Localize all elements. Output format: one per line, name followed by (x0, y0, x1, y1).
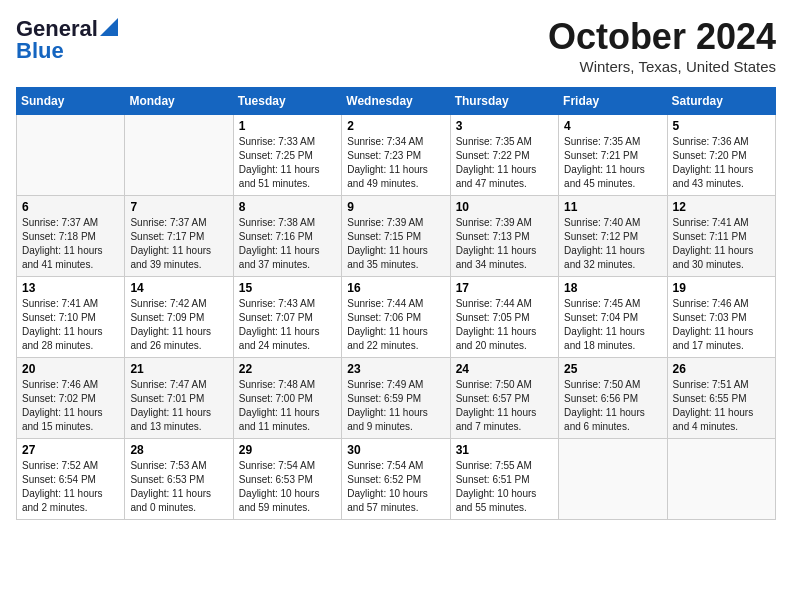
day-info: Sunrise: 7:41 AMSunset: 7:11 PMDaylight:… (673, 216, 770, 272)
calendar-cell: 26Sunrise: 7:51 AMSunset: 6:55 PMDayligh… (667, 358, 775, 439)
day-number: 19 (673, 281, 770, 295)
day-number: 4 (564, 119, 661, 133)
day-info: Sunrise: 7:46 AMSunset: 7:03 PMDaylight:… (673, 297, 770, 353)
col-header-sunday: Sunday (17, 88, 125, 115)
calendar-cell: 12Sunrise: 7:41 AMSunset: 7:11 PMDayligh… (667, 196, 775, 277)
day-info: Sunrise: 7:49 AMSunset: 6:59 PMDaylight:… (347, 378, 444, 434)
day-info: Sunrise: 7:40 AMSunset: 7:12 PMDaylight:… (564, 216, 661, 272)
day-number: 25 (564, 362, 661, 376)
day-info: Sunrise: 7:34 AMSunset: 7:23 PMDaylight:… (347, 135, 444, 191)
col-header-friday: Friday (559, 88, 667, 115)
day-info: Sunrise: 7:41 AMSunset: 7:10 PMDaylight:… (22, 297, 119, 353)
day-number: 18 (564, 281, 661, 295)
day-number: 20 (22, 362, 119, 376)
calendar-table: SundayMondayTuesdayWednesdayThursdayFrid… (16, 87, 776, 520)
col-header-saturday: Saturday (667, 88, 775, 115)
day-number: 17 (456, 281, 553, 295)
day-number: 10 (456, 200, 553, 214)
day-info: Sunrise: 7:42 AMSunset: 7:09 PMDaylight:… (130, 297, 227, 353)
day-info: Sunrise: 7:46 AMSunset: 7:02 PMDaylight:… (22, 378, 119, 434)
calendar-cell: 22Sunrise: 7:48 AMSunset: 7:00 PMDayligh… (233, 358, 341, 439)
calendar-cell: 4Sunrise: 7:35 AMSunset: 7:21 PMDaylight… (559, 115, 667, 196)
calendar-week-2: 13Sunrise: 7:41 AMSunset: 7:10 PMDayligh… (17, 277, 776, 358)
day-info: Sunrise: 7:51 AMSunset: 6:55 PMDaylight:… (673, 378, 770, 434)
day-info: Sunrise: 7:54 AMSunset: 6:52 PMDaylight:… (347, 459, 444, 515)
day-number: 14 (130, 281, 227, 295)
calendar-cell: 6Sunrise: 7:37 AMSunset: 7:18 PMDaylight… (17, 196, 125, 277)
calendar-cell: 13Sunrise: 7:41 AMSunset: 7:10 PMDayligh… (17, 277, 125, 358)
day-number: 3 (456, 119, 553, 133)
calendar-week-0: 1Sunrise: 7:33 AMSunset: 7:25 PMDaylight… (17, 115, 776, 196)
day-number: 15 (239, 281, 336, 295)
day-number: 7 (130, 200, 227, 214)
day-number: 31 (456, 443, 553, 457)
day-number: 27 (22, 443, 119, 457)
day-number: 23 (347, 362, 444, 376)
calendar-cell: 25Sunrise: 7:50 AMSunset: 6:56 PMDayligh… (559, 358, 667, 439)
location: Winters, Texas, United States (548, 58, 776, 75)
calendar-week-3: 20Sunrise: 7:46 AMSunset: 7:02 PMDayligh… (17, 358, 776, 439)
day-info: Sunrise: 7:44 AMSunset: 7:05 PMDaylight:… (456, 297, 553, 353)
day-number: 2 (347, 119, 444, 133)
day-info: Sunrise: 7:44 AMSunset: 7:06 PMDaylight:… (347, 297, 444, 353)
day-number: 5 (673, 119, 770, 133)
page-header: General Blue October 2024 Winters, Texas… (16, 16, 776, 75)
day-number: 8 (239, 200, 336, 214)
calendar-cell: 30Sunrise: 7:54 AMSunset: 6:52 PMDayligh… (342, 439, 450, 520)
calendar-cell: 14Sunrise: 7:42 AMSunset: 7:09 PMDayligh… (125, 277, 233, 358)
calendar-cell: 29Sunrise: 7:54 AMSunset: 6:53 PMDayligh… (233, 439, 341, 520)
calendar-cell: 19Sunrise: 7:46 AMSunset: 7:03 PMDayligh… (667, 277, 775, 358)
calendar-week-1: 6Sunrise: 7:37 AMSunset: 7:18 PMDaylight… (17, 196, 776, 277)
day-info: Sunrise: 7:33 AMSunset: 7:25 PMDaylight:… (239, 135, 336, 191)
calendar-cell: 20Sunrise: 7:46 AMSunset: 7:02 PMDayligh… (17, 358, 125, 439)
calendar-cell: 21Sunrise: 7:47 AMSunset: 7:01 PMDayligh… (125, 358, 233, 439)
day-info: Sunrise: 7:48 AMSunset: 7:00 PMDaylight:… (239, 378, 336, 434)
calendar-cell: 2Sunrise: 7:34 AMSunset: 7:23 PMDaylight… (342, 115, 450, 196)
col-header-thursday: Thursday (450, 88, 558, 115)
day-number: 12 (673, 200, 770, 214)
day-number: 16 (347, 281, 444, 295)
day-info: Sunrise: 7:35 AMSunset: 7:22 PMDaylight:… (456, 135, 553, 191)
calendar-cell: 31Sunrise: 7:55 AMSunset: 6:51 PMDayligh… (450, 439, 558, 520)
logo: General Blue (16, 16, 118, 64)
calendar-cell: 11Sunrise: 7:40 AMSunset: 7:12 PMDayligh… (559, 196, 667, 277)
calendar-cell: 15Sunrise: 7:43 AMSunset: 7:07 PMDayligh… (233, 277, 341, 358)
logo-icon (100, 18, 118, 36)
day-number: 22 (239, 362, 336, 376)
calendar-cell: 17Sunrise: 7:44 AMSunset: 7:05 PMDayligh… (450, 277, 558, 358)
calendar-cell (125, 115, 233, 196)
calendar-cell: 9Sunrise: 7:39 AMSunset: 7:15 PMDaylight… (342, 196, 450, 277)
col-header-monday: Monday (125, 88, 233, 115)
calendar-cell: 24Sunrise: 7:50 AMSunset: 6:57 PMDayligh… (450, 358, 558, 439)
day-number: 13 (22, 281, 119, 295)
calendar-week-4: 27Sunrise: 7:52 AMSunset: 6:54 PMDayligh… (17, 439, 776, 520)
calendar-cell: 5Sunrise: 7:36 AMSunset: 7:20 PMDaylight… (667, 115, 775, 196)
calendar-cell: 7Sunrise: 7:37 AMSunset: 7:17 PMDaylight… (125, 196, 233, 277)
calendar-cell (559, 439, 667, 520)
day-info: Sunrise: 7:50 AMSunset: 6:57 PMDaylight:… (456, 378, 553, 434)
day-number: 30 (347, 443, 444, 457)
day-info: Sunrise: 7:37 AMSunset: 7:17 PMDaylight:… (130, 216, 227, 272)
day-number: 9 (347, 200, 444, 214)
day-info: Sunrise: 7:50 AMSunset: 6:56 PMDaylight:… (564, 378, 661, 434)
day-info: Sunrise: 7:38 AMSunset: 7:16 PMDaylight:… (239, 216, 336, 272)
calendar-cell: 1Sunrise: 7:33 AMSunset: 7:25 PMDaylight… (233, 115, 341, 196)
day-info: Sunrise: 7:43 AMSunset: 7:07 PMDaylight:… (239, 297, 336, 353)
day-number: 24 (456, 362, 553, 376)
day-info: Sunrise: 7:37 AMSunset: 7:18 PMDaylight:… (22, 216, 119, 272)
day-info: Sunrise: 7:54 AMSunset: 6:53 PMDaylight:… (239, 459, 336, 515)
col-header-tuesday: Tuesday (233, 88, 341, 115)
calendar-cell: 3Sunrise: 7:35 AMSunset: 7:22 PMDaylight… (450, 115, 558, 196)
calendar-cell: 8Sunrise: 7:38 AMSunset: 7:16 PMDaylight… (233, 196, 341, 277)
day-number: 29 (239, 443, 336, 457)
calendar-cell: 23Sunrise: 7:49 AMSunset: 6:59 PMDayligh… (342, 358, 450, 439)
day-info: Sunrise: 7:52 AMSunset: 6:54 PMDaylight:… (22, 459, 119, 515)
svg-marker-0 (100, 18, 118, 36)
calendar-cell: 16Sunrise: 7:44 AMSunset: 7:06 PMDayligh… (342, 277, 450, 358)
title-area: October 2024 Winters, Texas, United Stat… (548, 16, 776, 75)
day-info: Sunrise: 7:35 AMSunset: 7:21 PMDaylight:… (564, 135, 661, 191)
day-number: 26 (673, 362, 770, 376)
calendar-cell: 10Sunrise: 7:39 AMSunset: 7:13 PMDayligh… (450, 196, 558, 277)
day-info: Sunrise: 7:39 AMSunset: 7:15 PMDaylight:… (347, 216, 444, 272)
day-info: Sunrise: 7:36 AMSunset: 7:20 PMDaylight:… (673, 135, 770, 191)
